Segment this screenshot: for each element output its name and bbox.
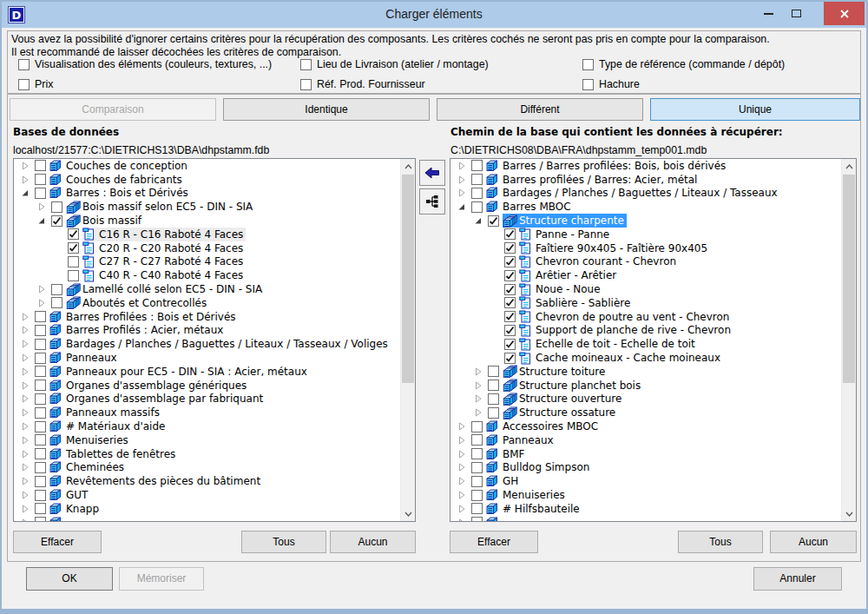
tree-item-content[interactable]: Structure planchet bois bbox=[503, 379, 643, 393]
tree-item-content[interactable] bbox=[49, 516, 69, 521]
tree-item-content[interactable]: Panneaux massifs bbox=[49, 406, 162, 419]
tree-checkbox[interactable] bbox=[35, 421, 46, 432]
tree-item[interactable]: Arêtier - Arêtier bbox=[450, 268, 841, 282]
tab-identique[interactable]: Identique bbox=[223, 98, 430, 121]
left-clear-button[interactable]: Effacer bbox=[13, 531, 102, 553]
criteria-visualisation[interactable]: Visualisation des éléments (couleurs, te… bbox=[18, 58, 272, 70]
tree-item[interactable]: Support de planche de rive - Chevron bbox=[450, 324, 841, 338]
tree-checkbox[interactable] bbox=[471, 503, 483, 514]
expand-icon[interactable] bbox=[474, 408, 488, 417]
tree-item-content[interactable]: Barres / Barres profilées: Bois, bois dé… bbox=[486, 159, 728, 173]
scroll-down-icon[interactable] bbox=[401, 506, 415, 521]
right-tree[interactable]: Barres / Barres profilées: Bois, bois dé… bbox=[450, 158, 857, 522]
tree-checkbox[interactable] bbox=[35, 380, 46, 391]
tree-item-content[interactable]: # Hilfsbauteile bbox=[486, 502, 582, 516]
tree-checkbox[interactable] bbox=[35, 311, 46, 322]
expand-icon[interactable] bbox=[457, 463, 471, 472]
expand-icon[interactable] bbox=[37, 285, 51, 294]
tree-item[interactable]: Organes d'assemblage génériques bbox=[14, 379, 400, 393]
tree-item[interactable]: Knapp bbox=[14, 502, 400, 516]
expand-icon[interactable] bbox=[21, 422, 35, 431]
ok-button[interactable]: OK bbox=[26, 567, 113, 591]
tree-item[interactable]: # Matériaux d'aide bbox=[14, 419, 400, 433]
right-tree-scrollbar[interactable] bbox=[841, 159, 856, 521]
expand-icon[interactable] bbox=[474, 394, 488, 403]
tree-item[interactable]: Noue - Noue bbox=[450, 282, 841, 296]
tree-item-content[interactable]: Barres MBOC bbox=[486, 200, 574, 214]
tree-checkbox[interactable] bbox=[35, 517, 46, 521]
tree-checkbox[interactable] bbox=[35, 188, 46, 199]
tree-checkbox[interactable] bbox=[504, 270, 516, 281]
expand-icon[interactable] bbox=[21, 340, 35, 348]
tree-item[interactable] bbox=[14, 516, 400, 521]
tree-item[interactable]: Aboutés et Contrecollés bbox=[14, 296, 400, 310]
criteria-type-reference[interactable]: Type de référence (commande / dépôt) bbox=[582, 58, 785, 70]
tree-item-content[interactable]: Accessoires MBOC bbox=[486, 419, 601, 433]
tree-item[interactable]: Structure ouverture bbox=[450, 393, 841, 406]
right-clear-button[interactable]: Effacer bbox=[450, 531, 538, 553]
tree-item-content[interactable]: C40 R - C40 Raboté 4 Faces bbox=[82, 268, 246, 282]
tree-checkbox[interactable] bbox=[51, 297, 62, 308]
expand-icon[interactable] bbox=[457, 436, 471, 445]
tree-item[interactable]: Chevron de poutre au vent - Chevron bbox=[450, 310, 841, 324]
expand-icon[interactable] bbox=[37, 299, 51, 307]
tree-item-content[interactable]: Panneaux bbox=[486, 433, 556, 447]
expand-icon[interactable] bbox=[21, 162, 35, 170]
tree-checkbox[interactable] bbox=[471, 434, 483, 446]
tree-item-content[interactable]: Bardages / Planches / Baguettes / Liteau… bbox=[49, 337, 391, 351]
tree-item-content[interactable]: C27 R - C27 Raboté 4 Faces bbox=[82, 255, 246, 269]
tree-checkbox[interactable] bbox=[504, 297, 516, 308]
tab-unique[interactable]: Unique bbox=[650, 98, 860, 121]
checkbox[interactable] bbox=[582, 79, 594, 90]
move-left-button[interactable] bbox=[419, 160, 445, 186]
checkbox[interactable] bbox=[18, 79, 30, 90]
tree-item[interactable]: Barres Profilées : Bois et Dérivés bbox=[14, 310, 400, 324]
tree-item-content[interactable]: Sablière - Sablière bbox=[519, 296, 633, 310]
expand-icon[interactable] bbox=[21, 436, 35, 445]
tree-checkbox[interactable] bbox=[35, 353, 46, 364]
tree-checkbox[interactable] bbox=[471, 448, 483, 459]
expand-icon[interactable] bbox=[457, 450, 471, 459]
tree-item[interactable]: Barres / Barres profilées: Bois, bois dé… bbox=[450, 159, 841, 173]
expand-icon[interactable] bbox=[457, 477, 471, 485]
tree-checkbox[interactable] bbox=[504, 228, 516, 240]
tree-item-content[interactable]: Chevron de poutre au vent - Chevron bbox=[519, 310, 732, 324]
tree-checkbox[interactable] bbox=[35, 160, 46, 171]
tree-item-content[interactable]: GUT bbox=[49, 488, 90, 502]
right-all-button[interactable]: Tous bbox=[678, 531, 763, 553]
tree-checkbox[interactable] bbox=[471, 174, 483, 185]
tree-item-content[interactable]: Organes d'assemblage génériques bbox=[49, 379, 249, 393]
tree-item-content[interactable]: BMF bbox=[486, 447, 528, 461]
tree-item-content[interactable]: Panneaux bbox=[49, 351, 120, 365]
tree-checkbox[interactable] bbox=[471, 490, 483, 501]
tree-item[interactable]: C40 R - C40 Raboté 4 Faces bbox=[14, 268, 400, 282]
tree-checkbox[interactable] bbox=[51, 215, 62, 227]
tree-item-content[interactable]: Structure ossature bbox=[503, 406, 618, 419]
left-tree-scrollbar[interactable] bbox=[400, 159, 415, 521]
tree-item[interactable]: GH bbox=[450, 474, 841, 488]
tree-item[interactable]: Accessoires MBOC bbox=[450, 419, 841, 433]
expand-icon[interactable] bbox=[457, 175, 471, 184]
tree-item-content[interactable]: Bardages / Planches / Baguettes / Liteau… bbox=[486, 187, 780, 201]
tree-checkbox[interactable] bbox=[504, 284, 516, 295]
tree-item[interactable]: Menuiseries bbox=[450, 488, 841, 502]
collapse-icon[interactable] bbox=[457, 202, 471, 211]
tree-item-content[interactable]: Aboutés et Contrecollés bbox=[66, 296, 209, 310]
tree-item-content[interactable]: Couches de conception bbox=[49, 159, 190, 173]
tree-item-content[interactable]: Barres Profilées : Bois et Dérivés bbox=[49, 310, 239, 324]
tree-item-content[interactable]: Revêtements des pièces du bâtiment bbox=[49, 474, 263, 488]
collapse-icon[interactable] bbox=[21, 188, 35, 197]
expand-icon[interactable] bbox=[21, 505, 35, 513]
tree-item[interactable]: # Hilfsbauteile bbox=[450, 502, 841, 516]
tree-checkbox[interactable] bbox=[488, 380, 499, 391]
titlebar[interactable]: D Charger éléments bbox=[2, 2, 866, 28]
tree-item-content[interactable]: Menuiseries bbox=[49, 433, 131, 447]
tree-item[interactable]: Menuiseries bbox=[14, 433, 400, 447]
tree-item-content[interactable]: Cheminées bbox=[49, 461, 127, 475]
scrollbar-thumb[interactable] bbox=[402, 175, 414, 383]
tree-checkbox[interactable] bbox=[35, 393, 46, 405]
tree-item[interactable]: Barres profilées / Barres: Acier, métal bbox=[450, 173, 841, 187]
tree-checkbox[interactable] bbox=[471, 462, 483, 473]
tree-item-content[interactable]: Couches de fabricants bbox=[49, 173, 185, 187]
tree-item-content[interactable]: Barres : Bois et Dérivés bbox=[49, 187, 191, 201]
